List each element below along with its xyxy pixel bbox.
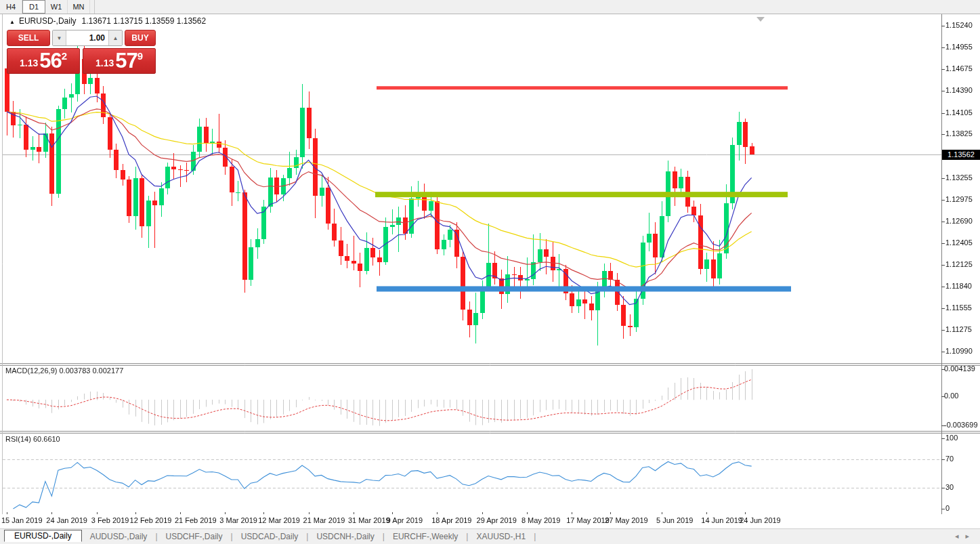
- trading-terminal-window: H4D1W1MN ▲EURUSD-,Daily1.13671 1.13715 1…: [0, 0, 980, 544]
- price-chart-canvas[interactable]: [0, 0, 980, 544]
- price-axis-label: 1.14390: [945, 86, 973, 94]
- rsi-axis-label: 100: [945, 434, 958, 442]
- date-axis-label: 12 Mar 2019: [258, 516, 300, 524]
- date-axis-label: 21 Mar 2019: [303, 516, 345, 524]
- date-axis-label: 24 Jun 2019: [740, 516, 781, 524]
- timeframe-toolbar: H4D1W1MN: [0, 0, 980, 14]
- price-axis-label: 1.15240: [945, 21, 973, 29]
- ask-big-digits: 57: [115, 49, 137, 72]
- volume-increase-icon[interactable]: ▲: [108, 30, 122, 45]
- volume-input[interactable]: [66, 30, 108, 45]
- chart-symbol-label: EURUSD-,Daily: [19, 16, 77, 26]
- chart-tab-1[interactable]: EURUSD-,Daily: [4, 530, 82, 542]
- date-axis-label: 31 Mar 2019: [348, 516, 390, 524]
- macd-axis-label: 0.00: [944, 392, 958, 400]
- date-axis-label: 29 Apr 2019: [477, 516, 517, 524]
- date-axis-label: 8 May 2019: [521, 516, 560, 524]
- macd-axis-label: 0.004139: [944, 364, 975, 373]
- date-axis-label: 18 Apr 2019: [431, 516, 471, 524]
- date-axis-label: 21 Feb 2019: [175, 516, 217, 524]
- date-axis-label: 17 May 2019: [566, 516, 610, 524]
- price-axis-label: 1.12405: [945, 238, 973, 247]
- price-axis-label: 1.12125: [945, 260, 973, 268]
- tab-scroll-left-icon: ◂: [955, 532, 966, 540]
- timeframe-button-mn[interactable]: MN: [68, 0, 90, 14]
- date-axis-label: 9 Apr 2019: [387, 516, 423, 524]
- buy-button[interactable]: BUY: [125, 30, 156, 46]
- price-axis-label: 1.11555: [945, 304, 972, 312]
- price-axis-label: 1.10990: [945, 347, 973, 355]
- volume-decrease-icon[interactable]: ▼: [53, 30, 66, 45]
- price-axis-label: 1.14955: [945, 43, 973, 51]
- chart-tab-6[interactable]: EURCHF-,Weekly: [385, 530, 466, 543]
- macd-indicator-label: MACD(12,26,9) 0.003783 0.002177: [5, 367, 123, 375]
- date-axis-label: 24 Jan 2019: [46, 516, 87, 524]
- timeframe-button-d1[interactable]: D1: [22, 0, 45, 14]
- price-axis-label: 1.11840: [945, 282, 972, 290]
- bid-point-digit: 2: [62, 51, 67, 61]
- ask-price-box[interactable]: 1.13 57 9: [83, 48, 156, 74]
- price-axis-label: 1.12975: [945, 195, 973, 203]
- date-axis-label: 15 Jan 2019: [1, 516, 43, 524]
- one-click-trading-panel: SELL ▼ ▲ BUY 1.13 56 2 1.13 57 9: [7, 30, 156, 74]
- chart-tab-2[interactable]: AUDUSD-,Daily: [82, 530, 156, 543]
- chart-tab-7[interactable]: XAUUSD-,H1: [468, 530, 534, 543]
- date-axis-label: 14 Jun 2019: [701, 516, 742, 524]
- sell-button[interactable]: SELL: [7, 30, 50, 46]
- chart-tab-3[interactable]: USDCHF-,Daily: [158, 530, 231, 543]
- rsi-axis-label: 0: [945, 504, 950, 512]
- ask-point-digit: 9: [137, 51, 143, 61]
- macd-axis-label: -0.003699: [944, 421, 978, 429]
- chart-ohlc-values: 1.13671 1.13715 1.13559 1.13562: [82, 16, 207, 26]
- price-axis-label: 1.12690: [945, 217, 973, 225]
- bid-price-box[interactable]: 1.13 56 2: [7, 48, 80, 74]
- date-axis-label: 3 Mar 2019: [219, 516, 257, 524]
- ask-prefix: 1.13: [95, 54, 114, 72]
- timeframe-button-w1[interactable]: W1: [45, 0, 68, 14]
- date-axis-label: 12 Feb 2019: [130, 516, 172, 524]
- price-axis-label: 1.14675: [945, 64, 973, 72]
- tab-scroll-right-icon: ▸: [965, 532, 976, 540]
- chart-title: ▲EURUSD-,Daily1.13671 1.13715 1.13559 1.…: [9, 16, 206, 26]
- price-axis-label: 1.11275: [945, 325, 972, 333]
- rsi-indicator-label: RSI(14) 60.6610: [5, 435, 60, 443]
- volume-stepper: ▼ ▲: [52, 30, 123, 46]
- current-price-tag: 1.13562: [942, 150, 980, 160]
- chart-tab-5[interactable]: USDCNH-,Daily: [308, 530, 382, 543]
- timeframe-button-h4[interactable]: H4: [0, 0, 22, 14]
- collapse-triangle-icon[interactable]: ▲: [9, 19, 15, 25]
- date-axis-label: 27 May 2019: [605, 516, 648, 524]
- chart-shift-marker-icon[interactable]: [757, 17, 765, 22]
- bid-prefix: 1.13: [20, 54, 38, 72]
- chart-tab-4[interactable]: USDCAD-,Daily: [233, 530, 307, 543]
- price-axis-label: 1.13255: [945, 173, 973, 182]
- rsi-axis-label: 30: [945, 483, 954, 491]
- date-axis-label: 3 Feb 2019: [91, 516, 129, 524]
- tab-separator: |: [534, 532, 536, 541]
- tab-scroll-arrows[interactable]: ◂▸: [955, 532, 976, 541]
- bid-big-digits: 56: [39, 49, 61, 72]
- price-axis-label: 1.13825: [945, 129, 973, 138]
- rsi-axis-label: 70: [945, 455, 954, 463]
- date-axis-label: 5 Jun 2019: [656, 516, 693, 524]
- chart-tab-bar: EURUSD-,DailyAUDUSD-,Daily|USDCHF-,Daily…: [0, 528, 980, 544]
- price-axis-label: 1.14105: [945, 108, 973, 117]
